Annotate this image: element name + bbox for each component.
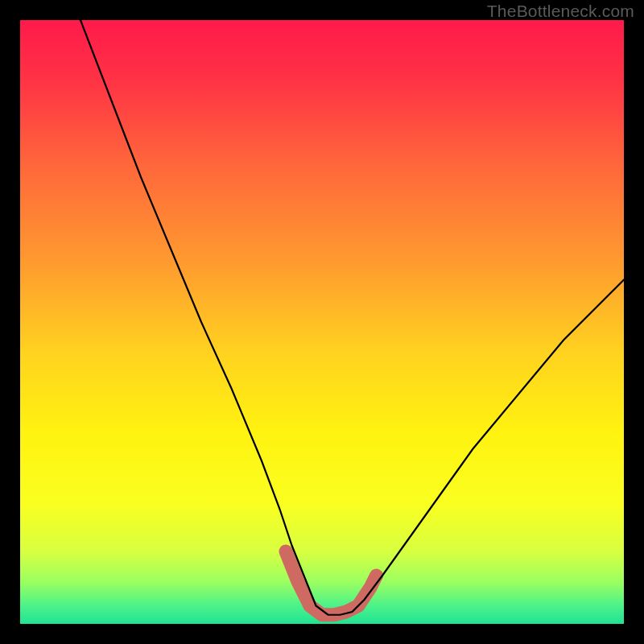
gradient-background — [20, 20, 624, 624]
watermark-text: TheBottleneck.com — [487, 2, 634, 21]
plot-frame — [20, 20, 624, 624]
chart-svg — [20, 20, 624, 624]
